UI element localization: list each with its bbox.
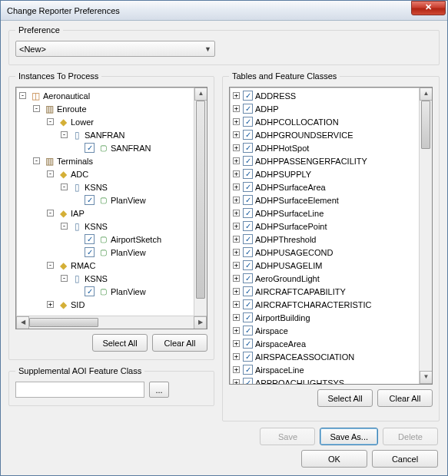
expander-icon[interactable]: +	[233, 353, 240, 360]
instances-tree[interactable]: -◫Aeronautical-▥Enroute-◆Lower-▯SANFRAN✓…	[15, 87, 207, 329]
tree-vtrack[interactable]	[194, 101, 207, 316]
expander-icon[interactable]: +	[233, 131, 240, 138]
tables-list[interactable]: +✓ADDRESS+✓ADHP+✓ADHPCOLLOCATION+✓ADHPGR…	[229, 87, 433, 385]
cancel-button[interactable]: Cancel	[372, 450, 438, 468]
checkbox[interactable]: ✓	[243, 326, 253, 336]
table-item-adhpsurfacearea[interactable]: +✓ADHPSurfaceArea	[230, 180, 419, 193]
expander-icon[interactable]: +	[47, 301, 54, 308]
table-item-adhpsupply[interactable]: +✓ADHPSUPPLY	[230, 167, 419, 180]
table-item-adhpsurfaceelement[interactable]: +✓ADHPSurfaceElement	[230, 193, 419, 207]
expander-icon[interactable]: +	[233, 144, 240, 151]
checkbox[interactable]: ✓	[243, 130, 253, 140]
table-item-adhpsurfaceline[interactable]: +✓ADHPSurfaceLine	[230, 207, 419, 220]
table-item-aerogroundlight[interactable]: +✓AeroGroundLight	[230, 272, 419, 285]
planview-adc-item[interactable]: ✓▢PlanView	[16, 193, 194, 207]
expander-icon[interactable]: +	[233, 118, 240, 125]
instances-select-all-button[interactable]: Select All	[92, 334, 148, 352]
iap-node[interactable]: -◆IAP	[16, 207, 194, 220]
expander-icon[interactable]: +	[233, 301, 240, 308]
expander-icon[interactable]: +	[233, 236, 240, 243]
close-button[interactable]: ✕	[411, 1, 446, 15]
table-item-aircraftcharacteristic[interactable]: +✓AIRCRAFTCHARACTERISTIC	[230, 298, 419, 311]
list-scroll-up-icon[interactable]: ▲	[420, 88, 433, 101]
ksns-adc-node[interactable]: -▯KSNS	[16, 180, 194, 193]
sanfran-item[interactable]: ✓▢SANFRAN	[16, 141, 194, 154]
table-item-adhpsurfacepoint[interactable]: +✓ADHPSurfacePoint	[230, 220, 419, 233]
checkbox[interactable]: ✓	[85, 247, 95, 257]
checkbox[interactable]: ✓	[243, 339, 253, 349]
checkbox[interactable]: ✓	[243, 208, 253, 218]
expander-icon[interactable]: +	[233, 183, 240, 190]
expander-icon[interactable]: -	[47, 210, 54, 217]
table-item-airportbuilding[interactable]: +✓AirportBuilding	[230, 311, 419, 324]
terminals-node[interactable]: -▥Terminals	[16, 154, 194, 167]
checkbox[interactable]: ✓	[243, 365, 253, 375]
expander-icon[interactable]: +	[233, 366, 240, 373]
expander-icon[interactable]: +	[233, 210, 240, 217]
checkbox[interactable]: ✓	[243, 117, 253, 127]
preference-dropdown[interactable]: <New> ▼	[15, 41, 215, 57]
checkbox[interactable]: ✓	[243, 156, 253, 166]
table-item-airspacearea[interactable]: +✓AirspaceArea	[230, 337, 419, 350]
instances-clear-all-button[interactable]: Clear All	[152, 334, 207, 352]
checkbox[interactable]: ✓	[243, 352, 253, 362]
checkbox[interactable]: ✓	[243, 312, 253, 322]
expander-icon[interactable]: -	[61, 223, 68, 230]
expander-icon[interactable]: +	[233, 170, 240, 177]
expander-icon[interactable]: -	[33, 105, 40, 112]
tree-hscrollbar[interactable]: ◀ ▶	[16, 316, 207, 329]
expander-icon[interactable]: -	[61, 183, 68, 190]
checkbox[interactable]: ✓	[243, 182, 253, 192]
tree-vthumb[interactable]	[196, 101, 205, 299]
table-item-adhpthreshold[interactable]: +✓ADHPThreshold	[230, 233, 419, 246]
list-vthumb[interactable]	[421, 101, 430, 149]
expander-icon[interactable]: -	[19, 92, 26, 99]
expander-icon[interactable]: +	[233, 288, 240, 295]
checkbox[interactable]: ✓	[243, 104, 253, 114]
ok-button[interactable]: OK	[301, 450, 367, 468]
expander-icon[interactable]: -	[47, 170, 54, 177]
expander-icon[interactable]: +	[233, 262, 240, 269]
table-item-adhpusagecond[interactable]: +✓ADHPUSAGECOND	[230, 246, 419, 259]
ksns-rmac-node[interactable]: -▯KSNS	[16, 272, 194, 285]
expander-icon[interactable]: +	[233, 223, 240, 230]
scroll-left-icon[interactable]: ◀	[16, 316, 29, 329]
table-item-aircraftcapability[interactable]: +✓AIRCRAFTCAPABILITY	[230, 285, 419, 298]
list-vscrollbar[interactable]: ▲ ▼	[419, 88, 432, 384]
table-item-adhpgroundservice[interactable]: +✓ADHPGROUNDSERVICE	[230, 128, 419, 141]
tree-vscrollbar[interactable]: ▲ ▼	[194, 88, 207, 329]
table-item-address[interactable]: +✓ADDRESS	[230, 89, 419, 102]
checkbox[interactable]: ✓	[243, 286, 253, 296]
tables-clear-all-button[interactable]: Clear All	[377, 389, 433, 407]
checkbox[interactable]: ✓	[243, 221, 253, 231]
checkbox[interactable]: ✓	[243, 260, 253, 270]
list-scroll-down-icon[interactable]: ▼	[420, 371, 433, 384]
aeronautical-node[interactable]: -◫Aeronautical	[16, 89, 194, 102]
checkbox[interactable]: ✓	[243, 234, 253, 244]
list-vtrack[interactable]	[420, 101, 432, 371]
adc-node[interactable]: -◆ADC	[16, 167, 194, 180]
expander-icon[interactable]: -	[47, 118, 54, 125]
expander-icon[interactable]: -	[61, 131, 68, 138]
expander-icon[interactable]: -	[47, 262, 54, 269]
supplemental-browse-button[interactable]: ...	[149, 382, 169, 398]
checkbox[interactable]: ✓	[243, 169, 253, 179]
checkbox[interactable]: ✓	[85, 143, 95, 153]
checkbox[interactable]: ✓	[243, 378, 253, 384]
expander-icon[interactable]: +	[233, 105, 240, 112]
airportsketch-item[interactable]: ✓▢AirportSketch	[16, 233, 194, 246]
checkbox[interactable]: ✓	[243, 195, 253, 205]
save-as-button[interactable]: Save As...	[320, 428, 378, 445]
checkbox[interactable]: ✓	[85, 195, 95, 205]
rmac-node[interactable]: -◆RMAC	[16, 259, 194, 272]
ksns-iap-node[interactable]: -▯KSNS	[16, 220, 194, 233]
table-item-adhphotspot[interactable]: +✓ADHPHotSpot	[230, 141, 419, 154]
tables-select-all-button[interactable]: Select All	[317, 389, 373, 407]
scroll-up-icon[interactable]: ▲	[194, 88, 207, 101]
lower-node[interactable]: -◆Lower	[16, 115, 194, 128]
checkbox[interactable]: ✓	[243, 91, 253, 101]
enroute-node[interactable]: -▥Enroute	[16, 102, 194, 115]
table-item-adhppassengerfacility[interactable]: +✓ADHPPASSENGERFACILITY	[230, 154, 419, 167]
checkbox[interactable]: ✓	[243, 143, 253, 153]
expander-icon[interactable]: -	[61, 275, 68, 282]
